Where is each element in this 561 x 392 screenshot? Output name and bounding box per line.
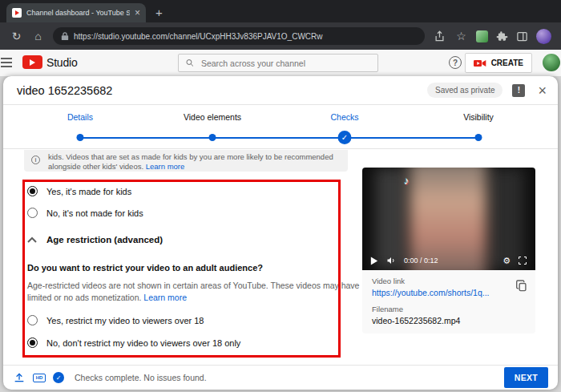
age-restriction-title: Age restriction (advanced) (46, 235, 163, 244)
copy-icon (516, 280, 527, 293)
extensions-puzzle-icon[interactable] (496, 30, 508, 42)
checks-status-text: Checks complete. No issues found. (75, 373, 207, 382)
age-restriction-description: Age-restricted videos are not shown in c… (27, 280, 359, 304)
info-icon: i (31, 156, 40, 164)
reload-icon[interactable]: ↻ (10, 30, 23, 42)
settings-gear-icon[interactable]: ⚙ (502, 257, 511, 265)
step-dot-visibility[interactable] (475, 134, 482, 141)
close-icon[interactable]: × (538, 83, 547, 98)
age-restriction-toggle[interactable]: Age restriction (advanced) (27, 235, 163, 244)
create-camera-icon (474, 59, 486, 68)
stepper-line (80, 137, 478, 139)
radio-made-for-kids-yes[interactable]: Yes, it's made for kids (27, 186, 131, 196)
tab-close-icon[interactable]: × (135, 8, 140, 18)
upload-dialog: video 1652235682 Saved as private ! × De… (3, 76, 558, 390)
filename-label: Filename (372, 305, 526, 313)
player-time: 0:00 / 0:12 (404, 257, 438, 265)
studio-logo-text: Studio (46, 56, 78, 69)
kids-info-banner: i kids. Videos that are set as made for … (24, 150, 348, 172)
radio-icon (27, 337, 38, 348)
screen: Channel dashboard - YouTube St × + ↻ ⌂ h… (0, 0, 561, 392)
kids-notice-line1: kids. Videos that are set as made for ki… (48, 152, 333, 161)
step-check-icon[interactable]: ✓ (338, 131, 352, 144)
blurred-video-frame (409, 168, 487, 270)
next-button[interactable]: NEXT (504, 367, 548, 388)
feedback-icon[interactable]: ! (512, 84, 525, 97)
hd-quality-icon: HD (33, 374, 46, 382)
saved-status-badge: Saved as private (427, 83, 503, 98)
checks-complete-icon: ✓ (53, 372, 64, 383)
youtube-favicon (12, 8, 22, 18)
radio-restrict-yes[interactable]: Yes, restrict my video to viewers over 1… (27, 315, 204, 325)
stepper: Details Video elements Checks Visibility… (3, 105, 558, 149)
volume-icon[interactable] (385, 256, 397, 265)
step-visibility[interactable]: Visibility (463, 112, 494, 122)
step-checks[interactable]: Checks (330, 112, 358, 122)
video-title: video 1652235682 (17, 84, 418, 97)
studio-header: Studio ? CREATE (0, 50, 561, 76)
dialog-footer: HD ✓ Checks complete. No issues found. N… (3, 365, 558, 390)
create-label: CREATE (491, 59, 523, 67)
side-panel-icon[interactable] (516, 30, 528, 42)
url-text: https://studio.youtube.com/channel/UCxpH… (74, 32, 323, 41)
radio-restrict-no[interactable]: No, don't restrict my video to viewers o… (27, 337, 240, 348)
step-dot-details[interactable] (77, 134, 84, 141)
radio-made-for-kids-no[interactable]: No, it's not made for kids (27, 208, 143, 218)
help-icon[interactable]: ? (449, 56, 462, 69)
video-player[interactable]: ♪ 0:00 / 0:12 ⚙ (362, 168, 535, 270)
fullscreen-icon[interactable] (518, 256, 527, 265)
age-restriction-question: Do you want to restrict your video to an… (27, 263, 263, 273)
kids-notice-line2: alongside other kids' videos. Learn more (48, 162, 184, 171)
video-link-label: Video link (372, 277, 526, 285)
youtube-play-icon (22, 55, 42, 69)
extension-icon[interactable] (476, 30, 488, 42)
lock-icon (61, 31, 69, 41)
channel-avatar[interactable] (543, 54, 560, 71)
radio-icon (27, 208, 38, 218)
step-dot-video-elements[interactable] (209, 134, 216, 141)
address-bar[interactable]: https://studio.youtube.com/channel/UCxpH… (53, 27, 425, 45)
tab-title: Channel dashboard - YouTube St (26, 9, 130, 17)
step-video-elements[interactable]: Video elements (184, 112, 241, 122)
dialog-content: i kids. Videos that are set as made for … (3, 150, 558, 365)
chevron-up-icon (27, 236, 37, 243)
tiktok-note-icon: ♪ (404, 175, 410, 187)
browser-toolbar: ↻ ⌂ https://studio.youtube.com/channel/U… (0, 22, 561, 50)
dialog-header: video 1652235682 Saved as private ! × (3, 76, 558, 105)
age-learn-more-link[interactable]: Learn more (143, 293, 187, 302)
share-icon[interactable] (433, 30, 446, 42)
play-icon[interactable] (370, 257, 378, 265)
blurred-video-frame (486, 168, 524, 270)
upload-icon (13, 372, 26, 383)
search-icon (185, 58, 195, 68)
browser-tab[interactable]: Channel dashboard - YouTube St × (6, 3, 146, 22)
kids-learn-more-link[interactable]: Learn more (146, 162, 185, 171)
bookmark-star-icon[interactable]: ☆ (454, 30, 468, 42)
copy-link-button[interactable] (516, 280, 527, 295)
video-link-url[interactable]: https://youtube.com/shorts/1q... (372, 288, 508, 297)
player-controls: 0:00 / 0:12 ⚙ (362, 256, 535, 265)
filename-value: video-1652235682.mp4 (372, 316, 526, 325)
channel-search-box[interactable] (178, 54, 378, 72)
step-details[interactable]: Details (67, 112, 93, 122)
hamburger-menu-icon[interactable] (1, 58, 12, 70)
video-info: Video link https://youtube.com/shorts/1q… (362, 270, 535, 333)
browser-profile-avatar[interactable] (536, 29, 551, 44)
home-icon[interactable]: ⌂ (31, 30, 45, 42)
create-button[interactable]: CREATE (465, 53, 532, 73)
youtube-studio-logo[interactable]: Studio (22, 55, 78, 69)
search-input[interactable] (201, 59, 371, 68)
radio-icon (27, 315, 38, 325)
radio-icon (27, 186, 38, 196)
video-preview-card: ♪ 0:00 / 0:12 ⚙ Video link https://youtu… (362, 168, 535, 333)
browser-tab-strip: Channel dashboard - YouTube St × + (0, 0, 561, 22)
new-tab-button[interactable]: + (155, 6, 163, 18)
